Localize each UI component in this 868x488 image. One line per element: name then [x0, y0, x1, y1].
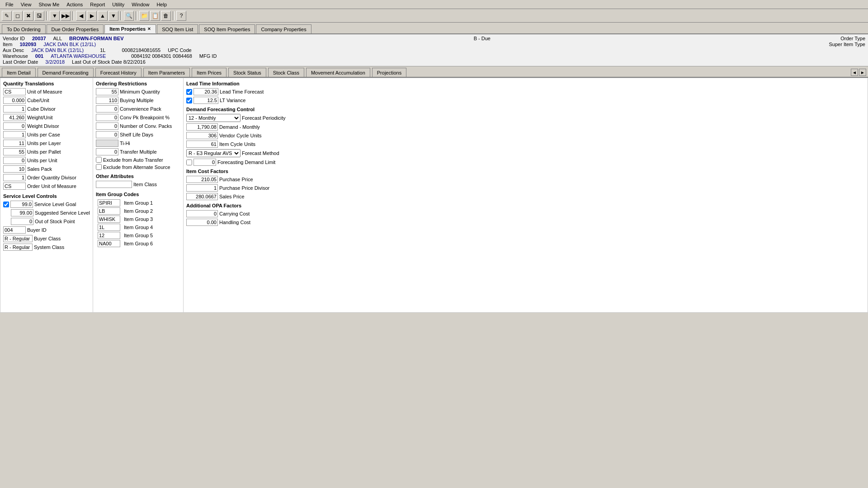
- units-pallet-value[interactable]: 55: [3, 148, 26, 155]
- lead-time-forecast-checkbox[interactable]: [186, 89, 192, 95]
- buyer-class-value[interactable]: R - Regular: [3, 235, 33, 242]
- menu-window[interactable]: Window: [128, 1, 153, 8]
- ig-code-2[interactable]: LB: [98, 207, 120, 215]
- tab-soq-item-properties[interactable]: SOQ Item Properties: [199, 24, 255, 33]
- sales-price-value[interactable]: 280.0667: [186, 193, 218, 200]
- conv-pk-breakpoint-value[interactable]: 0: [96, 114, 118, 121]
- toolbar-btn-up[interactable]: ▲: [98, 11, 108, 21]
- item-class-value[interactable]: [96, 181, 132, 188]
- toolbar-btn-1[interactable]: ✎: [2, 11, 12, 21]
- toolbar-btn-search[interactable]: 🔍: [124, 11, 134, 21]
- service-level-goal-checkbox[interactable]: [3, 202, 9, 207]
- tab-item-properties[interactable]: Item Properties ✕: [104, 24, 156, 33]
- item-label: Item: [3, 42, 12, 47]
- sales-pack-value[interactable]: 10: [3, 165, 26, 173]
- qty-translations-header: Quantity Translations: [3, 81, 90, 86]
- suggested-service-level-row: 99.00 Suggested Service Level: [3, 209, 90, 216]
- weight-divisor-value[interactable]: 0: [3, 122, 26, 130]
- inner-tab-movement-accumulation[interactable]: Movement Accumulation: [306, 68, 370, 77]
- vendor-cycle-units-value[interactable]: 306: [186, 132, 218, 139]
- inner-tab-stock-status[interactable]: Stock Status: [228, 68, 266, 77]
- forecast-method-dropdown[interactable]: R - E3 Regular AVS: [186, 149, 241, 157]
- qty-uom-value[interactable]: CS: [3, 88, 26, 95]
- inner-tab-forecast-history[interactable]: Forecast History: [95, 68, 142, 77]
- nav-next-btn[interactable]: ►: [859, 69, 866, 76]
- item-name: JACK DAN BLK (12/1L): [43, 42, 96, 47]
- toolbar-btn-run[interactable]: ▶▶: [61, 11, 71, 21]
- lt-variance-value[interactable]: 12.5: [193, 97, 218, 104]
- toolbar-btn-open[interactable]: 📁: [139, 11, 149, 21]
- order-uom-value[interactable]: CS: [3, 183, 26, 190]
- toolbar-btn-3[interactable]: ✖: [24, 11, 33, 21]
- menu-showme[interactable]: Show Me: [35, 1, 63, 8]
- menu-help[interactable]: Help: [153, 1, 170, 8]
- menu-actions[interactable]: Actions: [63, 1, 86, 8]
- order-qty-div-value[interactable]: 1: [3, 174, 26, 181]
- carrying-cost-value[interactable]: 0: [186, 210, 218, 217]
- menu-report[interactable]: Report: [86, 1, 108, 8]
- system-class-value[interactable]: R - Regular: [3, 244, 33, 251]
- menu-view[interactable]: View: [17, 1, 35, 8]
- menu-file[interactable]: File: [2, 1, 17, 8]
- inner-tab-demand-forecasting[interactable]: Demand Forecasting: [38, 68, 94, 77]
- shelf-life-days-value[interactable]: 0: [96, 131, 118, 138]
- tab-due-order-properties[interactable]: Due Order Properties: [47, 24, 104, 33]
- toolbar-btn-forward[interactable]: ▶: [87, 11, 97, 21]
- buying-multiple-value[interactable]: 110: [96, 97, 118, 104]
- item-cycle-units-value[interactable]: 61: [186, 141, 218, 148]
- units-unit-value[interactable]: 0: [3, 157, 26, 164]
- exclude-auto-transfer-checkbox[interactable]: [96, 157, 102, 163]
- tab-close-item-properties[interactable]: ✕: [147, 27, 151, 31]
- toolbar-btn-copy[interactable]: 📋: [150, 11, 160, 21]
- lead-time-forecast-value[interactable]: 20.36: [193, 88, 218, 95]
- tab-company-properties[interactable]: Company Properties: [256, 24, 311, 33]
- nav-prev-btn[interactable]: ◄: [851, 69, 858, 76]
- inner-tab-item-detail[interactable]: Item Detail: [2, 68, 36, 77]
- toolbar-btn-help[interactable]: ?: [176, 11, 186, 21]
- toolbar-btn-delete[interactable]: 🗑: [161, 11, 171, 21]
- demand-monthly-value[interactable]: 1,790.08: [186, 123, 218, 131]
- out-of-stock-point-value[interactable]: 0: [11, 218, 33, 225]
- units-case-value[interactable]: 1: [3, 131, 26, 138]
- toolbar-btn-down[interactable]: ▼: [108, 11, 118, 21]
- buyer-id-value[interactable]: 004: [3, 226, 26, 234]
- purchase-price-divisor-value[interactable]: 1: [186, 184, 218, 192]
- num-conv-packs-value[interactable]: 0: [96, 122, 118, 130]
- ig-code-6[interactable]: NA00: [98, 240, 120, 247]
- cube-divisor-value[interactable]: 1: [3, 105, 26, 113]
- units-layer-value[interactable]: 11: [3, 140, 26, 147]
- forecasting-demand-limit-value[interactable]: 0: [193, 159, 216, 166]
- toolbar-btn-filter[interactable]: ▼: [50, 11, 60, 21]
- vendor-cycle-units-row: 306 Vendor Cycle Units: [186, 132, 865, 139]
- tab-soq-item-list[interactable]: SOQ Item List: [157, 24, 198, 33]
- forecasting-demand-limit-checkbox[interactable]: [186, 160, 192, 165]
- inner-tab-item-prices[interactable]: Item Prices: [192, 68, 226, 77]
- cube-unit-value[interactable]: 0.000: [3, 97, 26, 104]
- toolbar-btn-2[interactable]: ◻: [13, 11, 23, 21]
- purchase-price-value[interactable]: 210.05: [186, 176, 218, 183]
- inner-tab-projections[interactable]: Projections: [372, 68, 406, 77]
- forecast-periodicity-dropdown[interactable]: 12 - Monthly: [186, 114, 241, 122]
- buying-multiple-row: 110 Buying Multiple: [96, 97, 180, 104]
- menu-utility[interactable]: Utility: [108, 1, 128, 8]
- inner-tab-stock-class[interactable]: Stock Class: [268, 68, 304, 77]
- lt-variance-checkbox[interactable]: [186, 98, 192, 103]
- additional-opa-section: Additional OPA Factors 0 Carrying Cost 0…: [186, 203, 865, 226]
- exclude-alternate-source-checkbox[interactable]: [96, 164, 102, 170]
- transfer-multiple-value[interactable]: 0: [96, 148, 118, 155]
- ig-code-5[interactable]: 12: [98, 232, 120, 239]
- convenience-pack-value[interactable]: 0: [96, 105, 118, 113]
- inner-tab-item-parameters[interactable]: Item Parameters: [143, 68, 190, 77]
- tab-todo-ordering[interactable]: To Do Ordering: [2, 24, 46, 33]
- service-level-goal-value[interactable]: 99.0: [10, 201, 33, 208]
- handling-cost-value[interactable]: 0.00: [186, 219, 218, 226]
- min-qty-value[interactable]: 55: [96, 88, 118, 95]
- ig-code-3[interactable]: WHISK: [98, 216, 120, 223]
- suggested-service-level-value[interactable]: 99.00: [11, 209, 33, 216]
- item-cycle-units-label: Item Cycle Units: [219, 141, 255, 147]
- ig-code-1[interactable]: SPIRI: [98, 199, 120, 206]
- toolbar-btn-back[interactable]: ◀: [76, 11, 86, 21]
- ig-code-4[interactable]: 1L: [98, 224, 120, 231]
- weight-unit-value[interactable]: 41.260: [3, 114, 26, 121]
- toolbar-btn-save[interactable]: 🖫: [34, 11, 44, 21]
